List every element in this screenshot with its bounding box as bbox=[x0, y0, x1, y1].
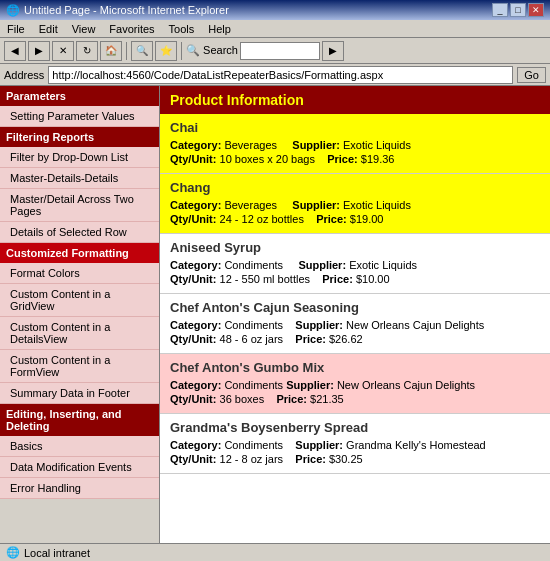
qty-value: 48 - 6 oz jars bbox=[220, 333, 293, 345]
category-value: Beverages bbox=[224, 139, 289, 151]
close-button[interactable]: ✕ bbox=[528, 3, 544, 17]
search-button[interactable]: 🔍 bbox=[131, 41, 153, 61]
product-item: Chai Category: Beverages Supplier: Exoti… bbox=[160, 114, 550, 174]
qty-label: Qty/Unit: bbox=[170, 153, 216, 165]
detail-row-category-supplier: Category: Beverages Supplier: Exotic Liq… bbox=[170, 139, 540, 151]
product-name: Chef Anton's Gumbo Mix bbox=[160, 354, 550, 377]
product-details: Category: Beverages Supplier: Exotic Liq… bbox=[160, 197, 550, 233]
product-details: Category: Condiments Supplier: Grandma K… bbox=[160, 437, 550, 473]
supplier-label: Supplier: bbox=[298, 259, 346, 271]
qty-value: 36 boxes bbox=[220, 393, 274, 405]
detail-row-category-supplier: Category: Condiments Supplier: Grandma K… bbox=[170, 439, 540, 451]
sidebar-header-customized[interactable]: Customized Formatting bbox=[0, 243, 159, 263]
supplier-label: Supplier: bbox=[295, 439, 343, 451]
sidebar-item-custom-gridview[interactable]: Custom Content in a GridView bbox=[0, 284, 159, 317]
product-item: Grandma's Boysenberry Spread Category: C… bbox=[160, 414, 550, 474]
product-item: Chef Anton's Cajun Seasoning Category: C… bbox=[160, 294, 550, 354]
menu-favorites[interactable]: Favorites bbox=[106, 22, 157, 36]
search-box: 🔍 Search bbox=[186, 42, 320, 60]
refresh-button[interactable]: ↻ bbox=[76, 41, 98, 61]
sidebar-item-error-handling[interactable]: Error Handling bbox=[0, 478, 159, 499]
sidebar-item-basics[interactable]: Basics bbox=[0, 436, 159, 457]
product-header: Product Information bbox=[160, 86, 550, 114]
qty-value: 24 - 12 oz bottles bbox=[220, 213, 314, 225]
detail-row-category-supplier: Category: Condiments Supplier: New Orlea… bbox=[170, 379, 540, 391]
price-value: $19.00 bbox=[350, 213, 384, 225]
sidebar: Parameters Setting Parameter Values Filt… bbox=[0, 86, 160, 543]
qty-label: Qty/Unit: bbox=[170, 453, 216, 465]
product-name: Chang bbox=[160, 174, 550, 197]
stop-button[interactable]: ✕ bbox=[52, 41, 74, 61]
price-label: Price: bbox=[276, 393, 307, 405]
product-details: Category: Condiments Supplier: New Orlea… bbox=[160, 377, 550, 413]
category-label: Category: bbox=[170, 319, 221, 331]
sidebar-header-filtering[interactable]: Filtering Reports bbox=[0, 127, 159, 147]
product-details: Category: Beverages Supplier: Exotic Liq… bbox=[160, 137, 550, 173]
sidebar-item-setting-param[interactable]: Setting Parameter Values bbox=[0, 106, 159, 127]
product-details: Category: Condiments Supplier: New Orlea… bbox=[160, 317, 550, 353]
supplier-label: Supplier: bbox=[286, 379, 334, 391]
sidebar-item-details-selected[interactable]: Details of Selected Row bbox=[0, 222, 159, 243]
sidebar-item-custom-formview[interactable]: Custom Content in a FormView bbox=[0, 350, 159, 383]
address-bar: Address Go bbox=[0, 64, 550, 86]
maximize-button[interactable]: □ bbox=[510, 3, 526, 17]
address-input[interactable] bbox=[48, 66, 513, 84]
supplier-value: Grandma Kelly's Homestead bbox=[346, 439, 486, 451]
separator-1 bbox=[126, 42, 127, 60]
back-button[interactable]: ◀ bbox=[4, 41, 26, 61]
title-bar-left: 🌐 Untitled Page - Microsoft Internet Exp… bbox=[6, 4, 229, 17]
ie-icon: 🌐 bbox=[6, 4, 20, 17]
media-button[interactable]: ▶ bbox=[322, 41, 344, 61]
title-bar: 🌐 Untitled Page - Microsoft Internet Exp… bbox=[0, 0, 550, 20]
category-value: Condiments bbox=[224, 379, 283, 391]
title-bar-controls[interactable]: _ □ ✕ bbox=[492, 3, 544, 17]
product-name: Chai bbox=[160, 114, 550, 137]
minimize-button[interactable]: _ bbox=[492, 3, 508, 17]
detail-row-category-supplier: Category: Condiments Supplier: New Orlea… bbox=[170, 319, 540, 331]
category-value: Condiments bbox=[224, 259, 295, 271]
search-label: 🔍 Search bbox=[186, 44, 238, 57]
main-layout: Parameters Setting Parameter Values Filt… bbox=[0, 86, 550, 543]
qty-value: 10 boxes x 20 bags bbox=[220, 153, 325, 165]
detail-row-category-supplier: Category: Beverages Supplier: Exotic Liq… bbox=[170, 199, 540, 211]
price-label: Price: bbox=[295, 453, 326, 465]
product-item: Aniseed Syrup Category: Condiments Suppl… bbox=[160, 234, 550, 294]
favorites-button[interactable]: ⭐ bbox=[155, 41, 177, 61]
sidebar-item-data-modification[interactable]: Data Modification Events bbox=[0, 457, 159, 478]
detail-row-category-supplier: Category: Condiments Supplier: Exotic Li… bbox=[170, 259, 540, 271]
sidebar-item-filter-dropdown[interactable]: Filter by Drop-Down List bbox=[0, 147, 159, 168]
detail-row-qty-price: Qty/Unit: 10 boxes x 20 bags Price: $19.… bbox=[170, 153, 540, 165]
menu-help[interactable]: Help bbox=[205, 22, 234, 36]
price-label: Price: bbox=[322, 273, 353, 285]
product-details: Category: Condiments Supplier: Exotic Li… bbox=[160, 257, 550, 293]
price-value: $21.35 bbox=[310, 393, 344, 405]
category-label: Category: bbox=[170, 259, 221, 271]
home-button[interactable]: 🏠 bbox=[100, 41, 122, 61]
sidebar-item-master-details[interactable]: Master-Details-Details bbox=[0, 168, 159, 189]
price-label: Price: bbox=[295, 333, 326, 345]
go-button[interactable]: Go bbox=[517, 67, 546, 83]
price-value: $30.25 bbox=[329, 453, 363, 465]
sidebar-header-parameters[interactable]: Parameters bbox=[0, 86, 159, 106]
menu-edit[interactable]: Edit bbox=[36, 22, 61, 36]
menu-view[interactable]: View bbox=[69, 22, 99, 36]
supplier-value: Exotic Liquids bbox=[343, 199, 411, 211]
menu-file[interactable]: File bbox=[4, 22, 28, 36]
qty-label: Qty/Unit: bbox=[170, 333, 216, 345]
sidebar-header-editing[interactable]: Editing, Inserting, and Deleting bbox=[0, 404, 159, 436]
category-value: Condiments bbox=[224, 319, 292, 331]
forward-button[interactable]: ▶ bbox=[28, 41, 50, 61]
supplier-label: Supplier: bbox=[292, 199, 340, 211]
sidebar-item-format-colors[interactable]: Format Colors bbox=[0, 263, 159, 284]
supplier-value: Exotic Liquids bbox=[343, 139, 411, 151]
supplier-value: Exotic Liquids bbox=[349, 259, 417, 271]
status-icon: 🌐 bbox=[6, 546, 20, 559]
category-label: Category: bbox=[170, 439, 221, 451]
sidebar-item-custom-detailsview[interactable]: Custom Content in a DetailsView bbox=[0, 317, 159, 350]
search-input[interactable] bbox=[240, 42, 320, 60]
category-value: Condiments bbox=[224, 439, 292, 451]
price-value: $19.36 bbox=[361, 153, 395, 165]
menu-tools[interactable]: Tools bbox=[166, 22, 198, 36]
sidebar-item-summary-footer[interactable]: Summary Data in Footer bbox=[0, 383, 159, 404]
sidebar-item-master-detail-across[interactable]: Master/Detail Across Two Pages bbox=[0, 189, 159, 222]
